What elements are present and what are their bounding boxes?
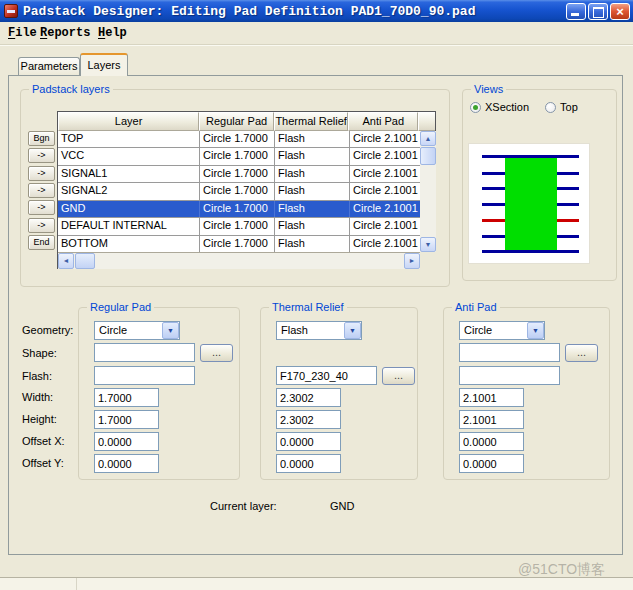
thermal-flash-browse-button[interactable]: ... — [382, 367, 415, 385]
column-header-regular-pad[interactable]: Regular Pad — [199, 112, 274, 131]
scroll-left-icon[interactable]: ◄ — [58, 253, 74, 269]
cell-regular-pad[interactable]: Circle 1.7000 — [200, 183, 275, 199]
anti-pad-group-label: Anti Pad — [452, 301, 500, 313]
anti-shape-browse-button[interactable]: ... — [565, 344, 598, 362]
thermal-offset-x-input[interactable] — [276, 432, 341, 451]
minimize-button[interactable] — [566, 3, 586, 20]
regular-pad-group: Regular Pad Circle ▼ ... — [78, 307, 240, 480]
maximize-button[interactable] — [588, 3, 608, 20]
combo-dropdown-button[interactable]: ▼ — [344, 322, 361, 339]
cell-regular-pad[interactable]: Circle 1.7000 — [200, 166, 275, 182]
anti-shape-input[interactable] — [459, 343, 560, 362]
anti-flash-input[interactable] — [459, 366, 560, 385]
cell-thermal-relief[interactable]: Flash — [275, 218, 350, 234]
cell-layer[interactable]: VCC — [58, 148, 200, 164]
combo-dropdown-button[interactable]: ▼ — [527, 322, 544, 339]
table-row-selected[interactable]: GND Circle 1.7000 Flash Circle 2.1001 — [58, 201, 420, 218]
regular-offset-x-input[interactable] — [94, 432, 159, 451]
cell-thermal-relief[interactable]: Flash — [275, 236, 350, 252]
cell-layer[interactable]: DEFAULT INTERNAL — [58, 218, 200, 234]
table-row[interactable]: VCC Circle 1.7000 Flash Circle 2.1001 — [58, 148, 420, 165]
close-button[interactable]: × — [610, 3, 630, 20]
column-header-thermal-relief[interactable]: Thermal Relief — [274, 112, 349, 131]
cell-anti-pad[interactable]: Circle 2.1001 — [350, 166, 420, 182]
scroll-right-icon[interactable]: ► — [404, 253, 420, 269]
thermal-width-input[interactable] — [276, 388, 341, 407]
cell-anti-pad[interactable]: Circle 2.1001 — [350, 218, 420, 234]
radio-xsection-icon — [470, 102, 481, 113]
horizontal-scrollbar[interactable]: ◄ ► — [58, 252, 420, 269]
anti-offset-x-input[interactable] — [459, 432, 524, 451]
regular-flash-input[interactable] — [94, 366, 195, 385]
anti-geometry-select[interactable]: Circle ▼ — [459, 321, 545, 340]
thermal-offset-y-input[interactable] — [276, 454, 341, 473]
cell-regular-pad[interactable]: Circle 1.7000 — [200, 148, 275, 164]
column-header-layer[interactable]: Layer — [58, 112, 199, 131]
regular-width-input[interactable] — [94, 388, 159, 407]
row-marker-arrow[interactable]: -> — [28, 148, 55, 163]
regular-shape-browse-button[interactable]: ... — [200, 344, 233, 362]
tab-parameters[interactable]: Parameters — [18, 57, 80, 75]
row-marker-bgn[interactable]: Bgn — [28, 131, 55, 146]
anti-offset-y-input[interactable] — [459, 454, 524, 473]
horizontal-scrollbar-thumb[interactable] — [75, 253, 95, 269]
cell-layer[interactable]: SIGNAL2 — [58, 183, 200, 199]
menu-reports[interactable]: Reports — [40, 26, 90, 40]
column-header-filler — [418, 112, 435, 131]
regular-shape-input[interactable] — [94, 343, 195, 362]
row-marker-arrow[interactable]: -> — [28, 166, 55, 181]
anti-width-input[interactable] — [459, 388, 524, 407]
menu-file[interactable]: File — [8, 26, 37, 40]
row-marker-arrow[interactable]: -> — [28, 183, 55, 198]
padstack-layers-table: Layer Regular Pad Thermal Relief Anti Pa… — [57, 111, 436, 269]
chevron-down-icon: ▼ — [528, 323, 543, 338]
regular-offset-y-input[interactable] — [94, 454, 159, 473]
layer-line — [482, 187, 505, 190]
thermal-height-input[interactable] — [276, 410, 341, 429]
cell-anti-pad[interactable]: Circle 2.1001 — [350, 236, 420, 252]
cell-thermal-relief[interactable]: Flash — [275, 183, 350, 199]
column-header-anti-pad[interactable]: Anti Pad — [348, 112, 418, 131]
cell-layer[interactable]: GND — [58, 201, 200, 217]
background-strip — [0, 578, 633, 590]
table-row[interactable]: SIGNAL2 Circle 1.7000 Flash Circle 2.100… — [58, 183, 420, 200]
cell-thermal-relief[interactable]: Flash — [275, 131, 350, 147]
row-marker-end[interactable]: End — [28, 235, 55, 250]
cell-thermal-relief[interactable]: Flash — [275, 201, 350, 217]
thermal-geometry-select[interactable]: Flash ▼ — [276, 321, 362, 340]
cell-thermal-relief[interactable]: Flash — [275, 148, 350, 164]
label-height: Height: — [22, 413, 57, 425]
cell-anti-pad[interactable]: Circle 2.1001 — [350, 201, 420, 217]
cell-anti-pad[interactable]: Circle 2.1001 — [350, 148, 420, 164]
cell-regular-pad[interactable]: Circle 1.7000 — [200, 201, 275, 217]
anti-height-input[interactable] — [459, 410, 524, 429]
cell-regular-pad[interactable]: Circle 1.7000 — [200, 236, 275, 252]
table-row[interactable]: BOTTOM Circle 1.7000 Flash Circle 2.1001 — [58, 236, 420, 252]
radio-xsection[interactable]: XSection — [470, 101, 529, 113]
cell-layer[interactable]: BOTTOM — [58, 236, 200, 252]
cell-thermal-relief[interactable]: Flash — [275, 166, 350, 182]
radio-top[interactable]: Top — [545, 101, 578, 113]
scroll-up-icon[interactable]: ▲ — [420, 131, 436, 146]
table-row[interactable]: DEFAULT INTERNAL Circle 1.7000 Flash Cir… — [58, 218, 420, 235]
regular-height-input[interactable] — [94, 410, 159, 429]
regular-geometry-select[interactable]: Circle ▼ — [94, 321, 180, 340]
cell-anti-pad[interactable]: Circle 2.1001 — [350, 131, 420, 147]
cell-anti-pad[interactable]: Circle 2.1001 — [350, 183, 420, 199]
table-row[interactable]: TOP Circle 1.7000 Flash Circle 2.1001 — [58, 131, 420, 148]
cell-regular-pad[interactable]: Circle 1.7000 — [200, 218, 275, 234]
tab-layers[interactable]: Layers — [80, 53, 128, 76]
row-marker-arrow[interactable]: -> — [28, 200, 55, 215]
vertical-scrollbar-thumb[interactable] — [420, 147, 436, 165]
label-shape: Shape: — [22, 347, 57, 359]
combo-dropdown-button[interactable]: ▼ — [162, 322, 179, 339]
scroll-down-icon[interactable]: ▼ — [420, 237, 436, 252]
cell-regular-pad[interactable]: Circle 1.7000 — [200, 131, 275, 147]
row-marker-arrow[interactable]: -> — [28, 218, 55, 233]
thermal-flash-input[interactable] — [276, 366, 377, 385]
menu-help[interactable]: Help — [98, 26, 127, 40]
vertical-scrollbar[interactable]: ▲ ▼ — [420, 131, 436, 252]
table-row[interactable]: SIGNAL1 Circle 1.7000 Flash Circle 2.100… — [58, 166, 420, 183]
cell-layer[interactable]: SIGNAL1 — [58, 166, 200, 182]
cell-layer[interactable]: TOP — [58, 131, 200, 147]
